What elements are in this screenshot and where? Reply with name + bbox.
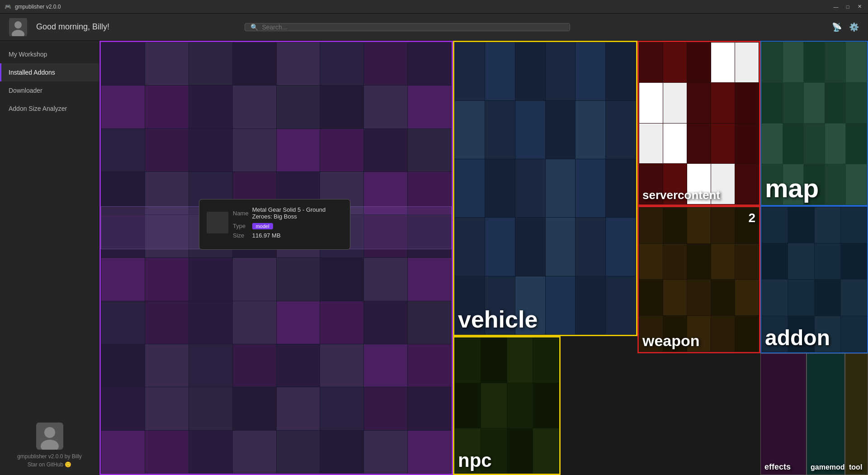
main-content: vehicle servercontent <box>99 41 868 475</box>
weapon-grid <box>639 207 759 352</box>
treemap-cell-map[interactable]: map <box>760 41 868 206</box>
servercontent-grid <box>639 42 759 204</box>
sidebar-item-addon-size-analyzer[interactable]: Addon Size Analyzer <box>0 100 99 118</box>
avatar <box>9 18 27 36</box>
body: My Workshop Installed Addons Downloader … <box>0 41 868 475</box>
minimize-button[interactable]: — <box>832 3 840 11</box>
sidebar-item-installed-addons[interactable]: Installed Addons <box>0 63 99 81</box>
treemap-cell-gamemode[interactable]: gamemode <box>807 353 845 475</box>
titlebar-title: gmpublisher v2.0.0 <box>15 4 61 10</box>
tool-label: tool <box>849 464 864 471</box>
treemap-cell-tool[interactable]: tool <box>845 353 868 475</box>
npc-grid <box>454 337 559 474</box>
search-icon: 🔍 <box>250 24 258 31</box>
treemap-cell-effects[interactable]: effects <box>760 353 807 475</box>
weapon-count: 2 <box>748 211 755 225</box>
sidebar-item-my-workshop[interactable]: My Workshop <box>0 45 99 63</box>
search-input[interactable] <box>262 24 564 31</box>
header-right: 📡 ⚙️ <box>832 22 859 32</box>
maximize-button[interactable]: □ <box>844 3 852 11</box>
treemap-cell-addon[interactable]: addon <box>760 206 868 353</box>
greeting-text: Good morning, Billy! <box>36 22 109 32</box>
titlebar: 🎮 gmpublisher v2.0.0 — □ ✕ <box>0 0 868 14</box>
sidebar-avatar <box>36 423 63 450</box>
treemap-cell-weapon[interactable]: 2 weapon <box>637 206 760 353</box>
titlebar-left: 🎮 gmpublisher v2.0.0 <box>5 4 61 10</box>
map-grid <box>761 42 867 205</box>
close-button[interactable]: ✕ <box>855 3 863 11</box>
app: Good morning, Billy! 🔍 📡 ⚙️ My Workshop … <box>0 14 868 475</box>
search-bar: 🔍 <box>245 23 570 31</box>
sidebar-item-downloader[interactable]: Downloader <box>0 81 99 100</box>
model-grid <box>101 42 452 474</box>
vehicle-grid <box>454 42 636 335</box>
treemap: vehicle servercontent <box>99 41 868 475</box>
app-icon: 🎮 <box>5 4 11 10</box>
model-hover-row <box>101 206 452 249</box>
treemap-cell-model[interactable] <box>99 41 453 475</box>
sidebar: My Workshop Installed Addons Downloader … <box>0 41 99 475</box>
effects-label: effects <box>764 463 802 471</box>
header: Good morning, Billy! 🔍 📡 ⚙️ <box>0 14 868 41</box>
treemap-cell-servercontent[interactable]: servercontent <box>637 41 760 206</box>
addon-grid <box>761 207 867 352</box>
gamemode-label: gamemode <box>811 464 841 471</box>
settings-icon[interactable]: ⚙️ <box>849 22 859 32</box>
sidebar-app-name: gmpublisher v2.0.0 by Billy <box>7 453 92 460</box>
titlebar-controls: — □ ✕ <box>832 3 863 11</box>
treemap-cell-npc[interactable]: npc <box>453 336 561 475</box>
sidebar-nav: My Workshop Installed Addons Downloader … <box>0 45 99 118</box>
sidebar-footer: gmpublisher v2.0.0 by Billy Star on GitH… <box>0 415 99 475</box>
notifications-icon[interactable]: 📡 <box>832 22 842 32</box>
treemap-cell-vehicle[interactable]: vehicle <box>453 41 637 336</box>
sidebar-star-link[interactable]: Star on GitHub 🙂 <box>7 461 92 468</box>
